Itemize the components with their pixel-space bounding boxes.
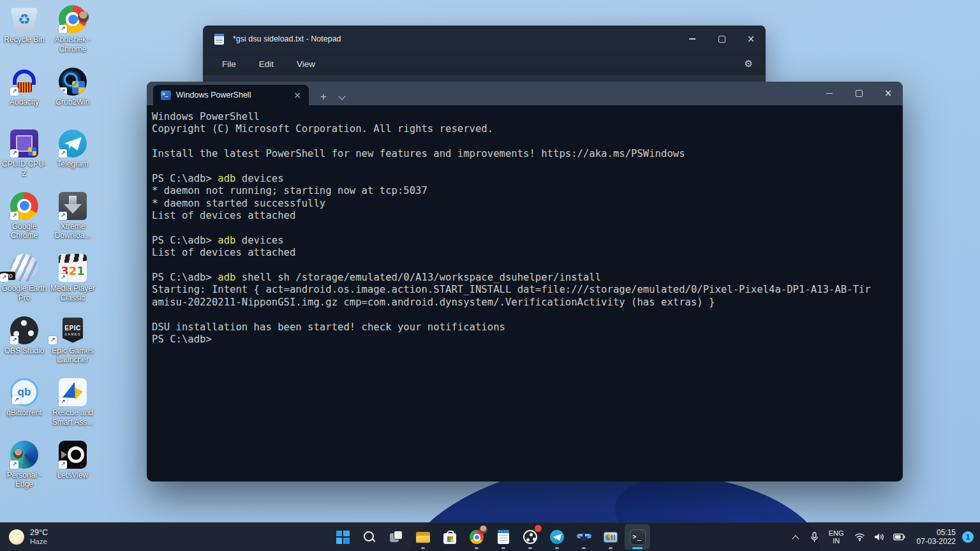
desktop-icon-qbittorrent[interactable]: qb↗ qBittorrent bbox=[0, 378, 48, 441]
network-tray-button[interactable] bbox=[850, 533, 869, 541]
microsoft-store-button[interactable] bbox=[437, 524, 463, 550]
desktop-icon-obs-studio[interactable]: ↗ OBS Studio bbox=[0, 316, 48, 379]
desktop-icon-recycle-bin[interactable]: Recycle Bin bbox=[0, 5, 48, 68]
desktop-icon-abhishek-chrome[interactable]: ↗ Abhishek -Chrome bbox=[48, 5, 97, 68]
windows-logo-icon bbox=[447, 536, 453, 542]
weather-condition: Haze bbox=[30, 538, 48, 546]
obs-icon bbox=[523, 530, 537, 544]
profile-avatar-badge bbox=[479, 525, 487, 534]
language-switcher[interactable]: ENG IN bbox=[824, 529, 849, 545]
active-indicator bbox=[632, 547, 642, 549]
terminal-line: amisu-20220211-NipponGSI.img.gz cmp=com.… bbox=[152, 297, 898, 309]
shortcut-arrow-icon: ↗ bbox=[59, 87, 67, 96]
task-view-button[interactable] bbox=[383, 524, 409, 550]
shortcut-arrow-icon: ↗ bbox=[59, 25, 67, 33]
desktop-icon-epic-games[interactable]: EPICGAMES ↗ Epic GamesLauncher bbox=[48, 316, 97, 379]
tab-windows-powershell[interactable]: Windows PowerShell × bbox=[153, 85, 309, 105]
desktop-icon-personal-edge[interactable]: ↗ Personal -Edge bbox=[0, 441, 48, 503]
icon-label: Google bbox=[11, 222, 38, 231]
notepad-minimize-button[interactable] bbox=[678, 26, 707, 52]
weather-widget[interactable]: 29°C Haze bbox=[0, 528, 149, 546]
notepad-icon bbox=[498, 530, 509, 544]
desktop-icon-google-earth-pro[interactable]: Pro↗ Google EarthPro bbox=[0, 254, 48, 316]
desktop-icon-telegram[interactable]: ↗ Telegram bbox=[48, 129, 97, 192]
system-monitor-button[interactable] bbox=[598, 524, 623, 550]
running-indicator bbox=[475, 547, 479, 549]
xtreme-download-icon: ↗ bbox=[59, 192, 87, 220]
telegram-button[interactable] bbox=[544, 524, 570, 550]
notepad-window: *gsi dsu sideload.txt - Notepad × File E… bbox=[203, 26, 766, 82]
desktop-icon-rescue-smart-assistant[interactable]: ↗ Rescue andSmart Ass... bbox=[48, 378, 97, 441]
settings-gear-icon[interactable]: ⚙ bbox=[745, 58, 753, 70]
desktop-icon-media-player-classic[interactable]: 321↗ Media PlayerClassic bbox=[48, 254, 97, 316]
tab-close-icon[interactable]: × bbox=[291, 90, 304, 100]
terminal-line bbox=[152, 161, 898, 173]
desktop-icon-crub2win[interactable]: ↗ Crub2Win bbox=[48, 68, 97, 130]
battery-icon bbox=[893, 533, 905, 541]
language-region: IN bbox=[833, 537, 840, 545]
date: 07-03-2022 bbox=[917, 537, 956, 547]
search-button[interactable] bbox=[357, 524, 382, 550]
profile-avatar bbox=[13, 449, 23, 459]
desktop-icon-cpuid-cpu-z[interactable]: ↗ CPUID CPU-Z bbox=[0, 129, 48, 192]
terminal-line: Windows PowerShell bbox=[152, 111, 898, 123]
terminal-maximize-button[interactable] bbox=[844, 82, 873, 105]
crub2win-icon: ↗ bbox=[59, 68, 87, 96]
terminal-line bbox=[152, 136, 898, 148]
chrome-button[interactable] bbox=[464, 524, 489, 550]
running-indicator bbox=[609, 547, 612, 549]
terminal-line: * daemon not running; starting now at tc… bbox=[152, 185, 898, 197]
terminal-button[interactable] bbox=[625, 524, 650, 550]
notification-count-badge[interactable]: 1 bbox=[962, 531, 974, 543]
telegram-icon bbox=[550, 530, 564, 544]
profile-avatar bbox=[78, 11, 89, 22]
rescue-smart-assistant-icon: ↗ bbox=[59, 378, 87, 406]
start-button[interactable] bbox=[330, 524, 355, 550]
taskbar: 29°C Haze ENG IN bbox=[0, 522, 980, 551]
terminal-titlebar[interactable]: Windows PowerShell × + × bbox=[147, 82, 903, 105]
menu-file[interactable]: File bbox=[214, 57, 244, 71]
terminal-line bbox=[152, 309, 898, 321]
desktop-icon-audacity[interactable]: ↗ Audacity bbox=[0, 68, 48, 130]
file-explorer-button[interactable] bbox=[410, 524, 436, 550]
notepad-maximize-button[interactable] bbox=[707, 26, 736, 52]
terminal-minimize-button[interactable] bbox=[815, 82, 844, 105]
tab-dropdown-chevron-icon[interactable] bbox=[338, 92, 345, 99]
volume-tray-button[interactable] bbox=[870, 533, 888, 541]
icon-label: Abhishek - bbox=[55, 35, 91, 45]
chevron-up-icon bbox=[792, 535, 799, 542]
new-tab-button[interactable]: + bbox=[320, 91, 327, 102]
icon-label: Xtreme bbox=[55, 222, 91, 231]
clock[interactable]: 05:15 07-03-2022 bbox=[910, 528, 961, 547]
microphone-tray-button[interactable] bbox=[806, 532, 822, 543]
menu-view[interactable]: View bbox=[289, 57, 323, 71]
shortcut-arrow-icon: ↗ bbox=[59, 149, 67, 158]
qbittorrent-icon: qb↗ bbox=[10, 378, 38, 406]
notepad-button[interactable] bbox=[491, 524, 516, 550]
shortcut-arrow-icon: ↗ bbox=[12, 396, 20, 404]
desktop-icon-google-chrome[interactable]: ↗ GoogleChrome bbox=[0, 192, 48, 254]
taskbar-center-icons bbox=[329, 523, 651, 551]
obs-button[interactable] bbox=[517, 524, 543, 550]
terminal-line: PS C:\adb> adb devices bbox=[152, 235, 898, 247]
menu-edit[interactable]: Edit bbox=[251, 57, 281, 71]
desktop-icon-letsview[interactable]: ↗ LetsView bbox=[48, 441, 97, 503]
desktop-icon-xtreme-download[interactable]: ↗ XtremeDownloa... bbox=[48, 192, 97, 254]
shortcut-arrow-icon: ↗ bbox=[59, 398, 67, 406]
notepad-close-button[interactable]: × bbox=[736, 26, 766, 52]
shortcut-arrow-icon: ↗ bbox=[10, 149, 19, 158]
notepad-app-icon bbox=[214, 34, 224, 45]
xtreme-download-button[interactable] bbox=[571, 524, 597, 550]
close-icon: × bbox=[747, 34, 755, 44]
chrome-profile-icon: ↗ bbox=[59, 5, 87, 33]
terminal-line: Install the latest PowerShell for new fe… bbox=[152, 148, 898, 160]
time: 05:15 bbox=[937, 528, 956, 538]
hidden-icons-button[interactable] bbox=[786, 533, 805, 541]
battery-tray-button[interactable] bbox=[889, 533, 909, 541]
icon-label: Media Player bbox=[50, 284, 95, 293]
shortcut-arrow-icon: ↗ bbox=[10, 336, 19, 344]
terminal-line: PS C:\adb> adb devices bbox=[152, 173, 898, 185]
terminal-output[interactable]: Windows PowerShell Copyright (C) Microso… bbox=[147, 105, 903, 346]
terminal-close-button[interactable]: × bbox=[873, 82, 903, 105]
notepad-titlebar[interactable]: *gsi dsu sideload.txt - Notepad × bbox=[203, 26, 766, 52]
